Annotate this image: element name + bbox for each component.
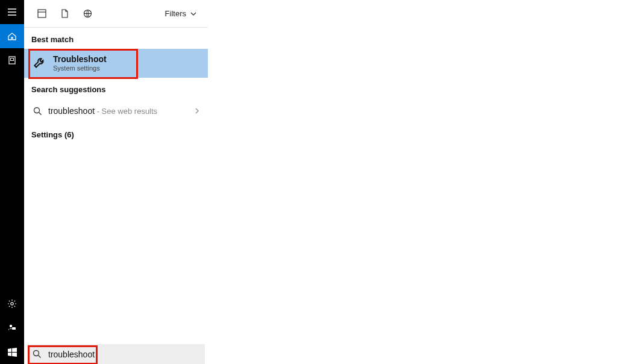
- blank-area: [208, 0, 617, 364]
- best-match-subtitle: System settings: [53, 64, 107, 72]
- suggestion-tail: - See web results: [95, 107, 157, 116]
- home-button[interactable]: [0, 24, 24, 48]
- best-match-heading: Best match: [24, 28, 208, 49]
- suggestion-term: troubleshoot: [48, 106, 95, 116]
- chevron-right-icon: [193, 107, 201, 115]
- notebook-button[interactable]: [0, 48, 24, 72]
- svg-point-7: [34, 107, 39, 113]
- notebook-icon: [7, 55, 17, 65]
- web-filter-button[interactable]: [76, 2, 99, 26]
- svg-rect-4: [12, 327, 16, 330]
- feedback-button[interactable]: [0, 316, 24, 340]
- cortana-left-rail: [0, 0, 24, 364]
- gear-icon: [7, 299, 17, 309]
- chevron-down-icon: [190, 10, 197, 17]
- start-button[interactable]: [0, 340, 24, 364]
- search-bar[interactable]: [28, 344, 205, 364]
- svg-rect-5: [38, 10, 46, 17]
- apps-icon: [37, 9, 46, 18]
- person-chat-icon: [7, 323, 17, 333]
- svg-point-8: [34, 351, 39, 356]
- search-suggestions-heading: Search suggestions: [24, 78, 208, 99]
- windows-logo-icon: [8, 348, 17, 357]
- settings-heading: Settings (6): [24, 123, 208, 144]
- documents-filter-button[interactable]: [53, 2, 76, 26]
- document-icon: [60, 9, 69, 18]
- search-icon: [31, 107, 43, 116]
- search-panel: Filters Best match Troubleshoot System s…: [24, 0, 208, 364]
- best-match-troubleshoot[interactable]: Troubleshoot System settings: [24, 49, 208, 78]
- svg-point-3: [10, 325, 12, 327]
- svg-point-2: [11, 303, 13, 305]
- suggestion-text: troubleshoot - See web results: [48, 106, 193, 116]
- menu-button[interactable]: [0, 0, 24, 24]
- settings-button[interactable]: [0, 292, 24, 316]
- filters-label: Filters: [165, 9, 186, 18]
- search-icon: [33, 350, 43, 359]
- home-icon: [7, 31, 17, 41]
- best-match-title: Troubleshoot: [53, 54, 107, 64]
- apps-filter-button[interactable]: [30, 2, 53, 26]
- search-input[interactable]: [48, 350, 200, 359]
- svg-rect-1: [11, 58, 14, 61]
- globe-icon: [83, 9, 92, 18]
- web-suggestion-row[interactable]: troubleshoot - See web results: [24, 99, 208, 123]
- panel-header: Filters: [24, 0, 208, 28]
- hamburger-icon: [7, 7, 17, 17]
- wrench-icon: [31, 55, 48, 72]
- filters-dropdown[interactable]: Filters: [165, 9, 202, 18]
